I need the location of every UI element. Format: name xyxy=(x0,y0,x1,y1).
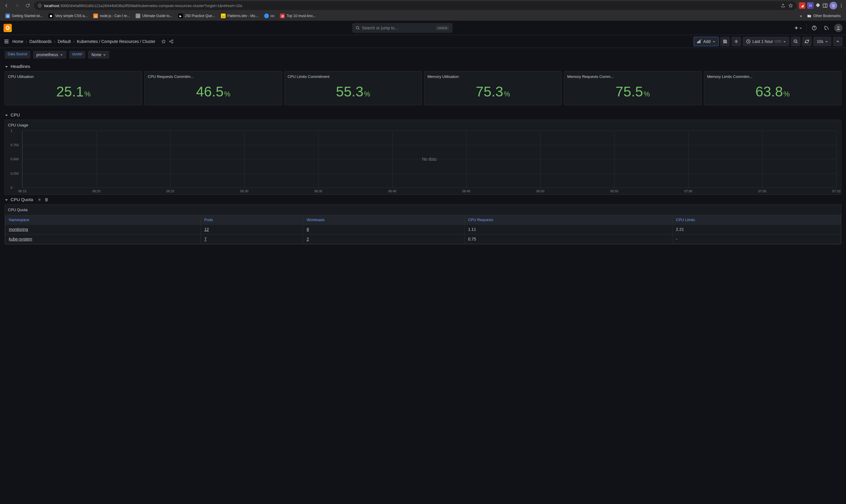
cpu-quota-panel[interactable]: CPU Quota NamespacePodsWorkloadsCPU Requ… xyxy=(5,204,841,244)
panel-title: Memory Requests Comm... xyxy=(567,74,698,79)
x-axis-label: 06:50 xyxy=(536,190,545,193)
row-settings-icon[interactable] xyxy=(37,198,41,202)
row-cpu[interactable]: CPU xyxy=(5,110,841,120)
x-axis-label: 06:45 xyxy=(462,190,471,193)
stat-panel[interactable]: Memory Utilisation 75.3% xyxy=(424,71,562,105)
search-input[interactable]: Search or jump to... cmd+k xyxy=(352,23,453,33)
user-avatar[interactable] xyxy=(834,24,843,32)
bookmark-item[interactable]: 🌐co xyxy=(262,12,277,19)
x-axis-label: 06:30 xyxy=(240,190,249,193)
cluster-select[interactable]: None xyxy=(88,51,109,58)
table-header[interactable]: Pods xyxy=(200,215,303,224)
y-axis-label: 1 xyxy=(11,129,12,132)
url-bar[interactable]: localhost:3000/d/efa86fd1d0c121a26444b63… xyxy=(34,1,797,10)
bookmark-label: node.js - Can I re... xyxy=(100,14,130,18)
svg-rect-1 xyxy=(823,4,827,7)
bookmark-item[interactable]: ▤Top 10 must-kno... xyxy=(278,12,318,19)
collapse-button[interactable] xyxy=(833,37,843,46)
bookmark-item[interactable]: ▤Getting Started wi... xyxy=(3,12,45,19)
zoom-out-button[interactable] xyxy=(791,37,800,46)
pods-link[interactable]: 12 xyxy=(204,227,209,232)
row-headlines[interactable]: Headlines xyxy=(5,61,841,71)
share-icon[interactable] xyxy=(169,39,174,44)
refresh-interval-picker[interactable]: 10s xyxy=(813,37,831,46)
cpu-usage-panel[interactable]: CPU Usage No data 00.2500.5000.750106:15… xyxy=(5,120,841,195)
help-icon[interactable] xyxy=(810,23,819,33)
workloads-link[interactable]: 2 xyxy=(306,237,309,241)
bookmark-item[interactable]: 👷Patterns.dev - Mo... xyxy=(218,12,261,19)
save-button[interactable] xyxy=(720,37,730,46)
stat-value: 75.3% xyxy=(427,81,558,102)
breadcrumb-home[interactable]: Home xyxy=(12,39,23,44)
browser-reload-button[interactable] xyxy=(23,1,32,10)
grafana-logo[interactable] xyxy=(3,24,12,32)
browser-back-button[interactable] xyxy=(2,1,11,10)
timezone-label: UTC xyxy=(775,40,781,43)
bookmarks-overflow[interactable]: » xyxy=(800,14,802,18)
bookmark-label: Very simple CSS a... xyxy=(55,14,87,18)
breadcrumb-dashboards[interactable]: Dashboards xyxy=(30,39,52,44)
stat-panel[interactable]: CPU Limits Commitment 55.3% xyxy=(284,71,422,105)
folder-icon xyxy=(807,14,812,18)
chevron-right-icon: › xyxy=(54,39,56,44)
breadcrumb-default[interactable]: Default xyxy=(58,39,71,44)
x-axis-label: 07:05 xyxy=(758,190,766,193)
extension-icon[interactable]: ◢ xyxy=(799,2,806,9)
stat-panel[interactable]: CPU Requests Commitm... 46.5% xyxy=(144,71,282,105)
share-icon[interactable] xyxy=(781,3,786,8)
x-axis-label: 06:25 xyxy=(166,190,174,193)
stat-panel[interactable]: Memory Limits Commitm... 63.8% xyxy=(704,71,841,105)
refresh-button[interactable] xyxy=(802,37,812,46)
browser-forward-button[interactable] xyxy=(13,1,21,10)
workloads-link[interactable]: 8 xyxy=(306,227,309,232)
extension-badge-icon[interactable]: 10 xyxy=(807,2,814,9)
row-cpu-quota[interactable]: CPU Quota xyxy=(5,195,841,204)
datasource-value: prometheus xyxy=(36,52,58,57)
breadcrumb-current[interactable]: Kubernetes / Compute Resources / Cluster xyxy=(77,39,155,44)
x-axis-label: 06:20 xyxy=(92,190,101,193)
add-panel-button[interactable]: Add xyxy=(694,37,719,46)
panel-title: Memory Limits Commitm... xyxy=(707,74,838,79)
bookmark-item[interactable]: ⬢Very simple CSS a... xyxy=(46,12,90,19)
stat-panel[interactable]: Memory Requests Comm... 75.5% xyxy=(564,71,701,105)
menu-toggle-icon[interactable] xyxy=(3,38,10,44)
row-title: CPU Quota xyxy=(11,197,33,202)
table-header[interactable]: Namespace xyxy=(5,215,200,224)
y-axis-label: 0.500 xyxy=(11,157,19,161)
settings-button[interactable] xyxy=(732,37,741,46)
bookmark-label: 250 Practice Que... xyxy=(185,14,215,18)
news-icon[interactable] xyxy=(822,23,831,33)
panel-title: CPU Requests Commitm... xyxy=(148,74,279,79)
bookmark-item[interactable]: ▭Ultimate Guide to... xyxy=(133,12,175,19)
browser-menu-icon[interactable] xyxy=(839,3,844,8)
pods-link[interactable]: 7 xyxy=(204,237,207,241)
table-header[interactable]: Workloads xyxy=(303,215,464,224)
svg-point-14 xyxy=(736,41,737,42)
namespace-link[interactable]: kube-system xyxy=(9,237,32,241)
search-kbd: cmd+k xyxy=(436,25,449,30)
stat-panel[interactable]: CPU Utilisation 25.1% xyxy=(5,71,142,105)
bookmark-item[interactable]: ▣node.js - Can I re... xyxy=(91,12,132,19)
table-header[interactable]: CPU Requests xyxy=(464,215,672,224)
svg-point-4 xyxy=(841,7,842,7)
profile-avatar[interactable]: S xyxy=(830,2,837,10)
table-header[interactable]: CPU Limits xyxy=(672,215,841,224)
site-info-icon[interactable] xyxy=(38,3,42,8)
extensions-puzzle-icon[interactable] xyxy=(815,3,821,8)
time-range-picker[interactable]: Last 1 hour UTC xyxy=(743,37,790,46)
side-panel-icon[interactable] xyxy=(823,3,828,8)
star-icon[interactable] xyxy=(161,39,166,44)
other-bookmarks-folder[interactable]: Other Bookmarks xyxy=(805,12,843,19)
search-icon xyxy=(356,26,360,30)
svg-point-9 xyxy=(172,40,173,41)
bookmark-item[interactable]: ▶250 Practice Que... xyxy=(176,12,217,19)
namespace-link[interactable]: monitoring xyxy=(9,227,28,232)
cpu-requests-cell: 1.11 xyxy=(464,224,672,234)
stat-value: 25.1% xyxy=(8,81,139,102)
row-delete-icon[interactable] xyxy=(45,198,49,202)
svg-point-3 xyxy=(841,5,842,6)
add-menu[interactable] xyxy=(793,25,803,30)
bookmark-star-icon[interactable] xyxy=(788,3,793,8)
search-placeholder: Search or jump to... xyxy=(362,25,398,30)
datasource-select[interactable]: prometheus xyxy=(33,51,66,58)
